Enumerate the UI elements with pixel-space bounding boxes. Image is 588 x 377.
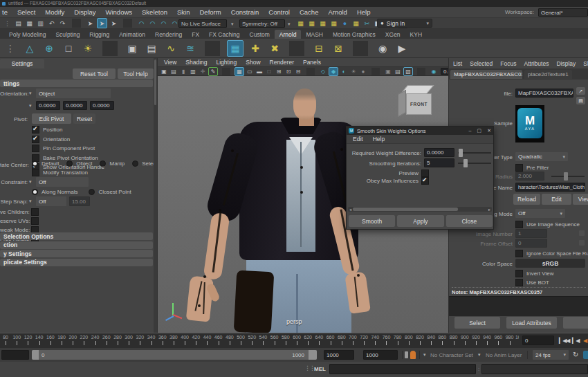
- timeline-tick[interactable]: 100: [11, 333, 22, 347]
- timeline-tick[interactable]: 280: [112, 333, 123, 347]
- axis-field[interactable]: 0.0000: [36, 101, 60, 110]
- timeline-tick[interactable]: 360: [157, 333, 168, 347]
- rotate-center-radio[interactable]: Manip: [100, 160, 125, 167]
- timeline-tick[interactable]: 840: [425, 333, 437, 347]
- open-scene-icon[interactable]: ▦: [25, 19, 34, 28]
- checkbox-box[interactable]: [32, 136, 39, 143]
- maximize-icon[interactable]: ▢: [477, 128, 482, 134]
- timeline-tick[interactable]: 780: [392, 333, 403, 347]
- tool-checkbox[interactable]: Orientation: [32, 136, 104, 143]
- attribute-editor-menu-item[interactable]: Display: [555, 60, 576, 67]
- timeline-tick[interactable]: 980: [504, 333, 515, 347]
- shelf-tab[interactable]: FX Caching: [204, 30, 244, 39]
- tool-checkbox[interactable]: Position: [32, 126, 104, 134]
- timeline-tick[interactable]: 620: [302, 333, 313, 347]
- dialog-button[interactable]: Apply: [397, 215, 443, 227]
- constraint-mode-radio[interactable]: Closest Point: [89, 189, 131, 195]
- command-input-field[interactable]: [329, 364, 476, 374]
- range-slider[interactable]: 0 1000: [32, 350, 317, 360]
- shadows-icon[interactable]: ●: [359, 68, 367, 75]
- timeline-tick[interactable]: 640: [313, 333, 324, 347]
- command-line-language-label[interactable]: MEL: [314, 366, 326, 372]
- dialog-scrollbar[interactable]: ◂ ▸: [348, 207, 492, 212]
- playblast-icon[interactable]: ▶: [394, 41, 410, 56]
- timeline-tick[interactable]: 460: [213, 333, 224, 347]
- shelf-tab[interactable]: Rendering: [150, 30, 187, 39]
- timeline-tick[interactable]: 200: [67, 333, 78, 347]
- scrollbar-thumb[interactable]: [154, 59, 156, 105]
- shelf-tab[interactable]: Arnold: [275, 30, 302, 39]
- xray-joints-icon[interactable]: ▧: [403, 67, 413, 76]
- command-line-grip-icon[interactable]: ⋮⋮: [304, 365, 314, 371]
- timeline-tick[interactable]: 420: [190, 333, 201, 347]
- menu-item[interactable]: te: [1, 8, 8, 16]
- required-weight-slider[interactable]: [458, 152, 491, 154]
- snap-grid-icon[interactable]: ◠: [137, 19, 146, 28]
- shelf-tab[interactable]: Motion Graphics: [328, 30, 380, 39]
- select-camera-icon[interactable]: ▣: [160, 68, 168, 75]
- anim-layer-label[interactable]: No Anim Layer: [486, 352, 522, 358]
- exposure-icon[interactable]: ◉: [430, 68, 438, 75]
- select-hierarchy-icon[interactable]: ➤: [86, 19, 95, 28]
- reload-button[interactable]: Reload: [513, 194, 540, 205]
- timeline-tick[interactable]: 860: [437, 333, 448, 347]
- required-weight-difference-field[interactable]: 0.0000: [424, 148, 454, 157]
- menu-item[interactable]: Deform: [199, 8, 222, 16]
- constraint-caret-icon[interactable]: ▾: [29, 179, 32, 185]
- scroll-left-icon[interactable]: ◂: [348, 207, 353, 212]
- menu-item[interactable]: Windows: [104, 8, 133, 16]
- redo-icon[interactable]: ↷: [58, 19, 67, 28]
- select-component-icon[interactable]: ➤: [109, 19, 118, 28]
- toolbox-grip-icon[interactable]: ⋮: [3, 19, 12, 28]
- image-plane-icon[interactable]: ▥: [189, 68, 197, 75]
- edit-pivot-button[interactable]: Edit Pivot: [32, 113, 71, 124]
- timeline-tick[interactable]: 180: [56, 333, 67, 347]
- shelf-tab[interactable]: XGen: [380, 30, 405, 39]
- checkbox-box[interactable]: [31, 217, 39, 225]
- timeline-tick[interactable]: 940: [481, 333, 493, 347]
- grid-icon[interactable]: ▦: [235, 67, 244, 76]
- rotate-center-radio[interactable]: Object: [66, 160, 92, 167]
- reset-tool-button[interactable]: Reset Tool: [73, 68, 116, 79]
- shelf-tab[interactable]: Custom: [245, 30, 275, 39]
- viewport-menu-item[interactable]: Shading: [185, 59, 208, 66]
- dialog-scrollbar-thumb[interactable]: [353, 208, 458, 211]
- ignore-color-space-rules-checkbox[interactable]: Ignore Color Space File Rules: [515, 250, 588, 257]
- select-button[interactable]: Select: [454, 317, 500, 329]
- cut-keys-icon[interactable]: ✂: [362, 19, 371, 28]
- orientation-dropdown[interactable]: Object: [36, 89, 111, 98]
- timeline-tick[interactable]: 800: [403, 333, 414, 347]
- shelf-tab[interactable]: Sculpting: [50, 30, 84, 39]
- render-layer-icon[interactable]: ▦: [351, 19, 360, 28]
- attribute-editor-tab[interactable]: place2dTexture1: [524, 70, 572, 79]
- snap-curve-icon[interactable]: ◠: [148, 19, 157, 28]
- timeline-tick[interactable]: 400: [179, 333, 190, 347]
- timeline-tick[interactable]: 760: [380, 333, 392, 347]
- constraint-mode-radio[interactable]: Along Normals: [32, 189, 77, 195]
- render-sequence-icon[interactable]: ▦: [318, 19, 327, 28]
- timeline-tick[interactable]: 440: [201, 333, 212, 347]
- checkbox-box[interactable]: [32, 126, 39, 134]
- shelf-tab[interactable]: Animation: [114, 30, 150, 39]
- step-back-frame-button[interactable]: ◀: [583, 338, 587, 344]
- timeline-tick[interactable]: 500: [235, 333, 246, 347]
- viewport-menu-item[interactable]: Show: [245, 59, 261, 66]
- fps-dropdown[interactable]: 24 fps ▾: [533, 350, 569, 360]
- timeline-tick[interactable]: 160: [45, 333, 56, 347]
- textured-icon[interactable]: ◐: [340, 68, 348, 75]
- orientation-caret-icon[interactable]: ▾: [29, 91, 32, 96]
- snap-point-icon[interactable]: ◠: [159, 19, 168, 28]
- render-view-icon[interactable]: ●: [340, 19, 349, 28]
- use-lights-icon[interactable]: ☀: [349, 68, 358, 75]
- menu-item[interactable]: Select: [17, 8, 36, 16]
- use-bot-checkbox[interactable]: Use BOT: [515, 279, 549, 286]
- dialog-menu-item[interactable]: Help: [372, 136, 385, 142]
- menu-item[interactable]: Cache: [299, 8, 319, 16]
- shelf-tab[interactable]: FX: [187, 30, 204, 39]
- exposure-field[interactable]: 0.00: [441, 68, 448, 75]
- menu-item[interactable]: Display: [73, 8, 96, 16]
- timeline-tick[interactable]: 140: [34, 333, 45, 347]
- save-scene-icon[interactable]: ▥: [36, 19, 45, 28]
- film-gate-icon[interactable]: ▭: [246, 68, 254, 75]
- timeline-tick[interactable]: 820: [414, 333, 425, 347]
